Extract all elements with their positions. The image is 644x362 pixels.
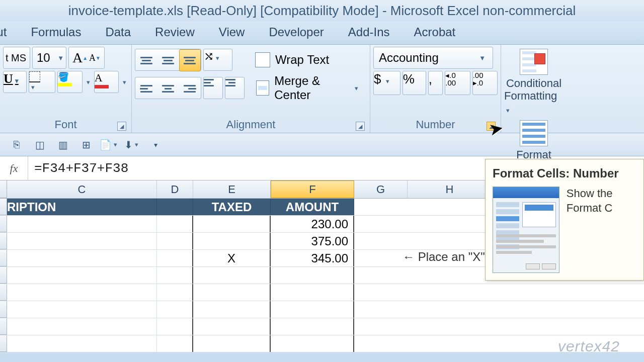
merge-center-label: Merge & Center (274, 74, 348, 102)
comma-button[interactable]: , (428, 71, 443, 95)
group-styles: Conditional Formatting ▾ Format as Table… (501, 45, 644, 133)
orientation-icon: ⤭ (204, 49, 214, 63)
align-left-button[interactable] (135, 77, 157, 100)
borders-button[interactable]: ▾ (29, 71, 55, 93)
tab-review[interactable]: Review (143, 21, 207, 44)
col-c[interactable]: C (7, 180, 157, 198)
accounting-format-button[interactable]: $▾ (373, 71, 400, 95)
chevron-down-icon[interactable]: ▾ (121, 78, 128, 86)
title-bar: invoice-template.xls [Read-Only] [Compat… (0, 0, 644, 21)
col-e[interactable]: E (193, 180, 271, 198)
ribbon-tabs: out Formulas Data Review View Developer … (0, 21, 644, 45)
wrap-text-button[interactable]: Wrap Text (249, 47, 336, 73)
align-middle-button[interactable] (157, 49, 179, 71)
horizontal-align-buttons (135, 77, 201, 99)
chevron-down-icon: ▼ (477, 54, 488, 62)
qat-btn-4[interactable]: ⊞ (78, 137, 94, 152)
font-dialog-launcher[interactable]: ◢ (117, 122, 126, 131)
tab-acrobat[interactable]: Acrobat (402, 21, 468, 44)
conditional-formatting-button[interactable]: Conditional Formatting ▾ (504, 49, 564, 115)
chevron-down-icon: ▼ (55, 54, 66, 62)
col-h[interactable]: H (408, 180, 492, 198)
group-font: t MS ▼ 10 ▼ A▲ A▼ U▾ ▾ 🪣 ▾ (0, 45, 132, 133)
qat-btn-2[interactable]: ◫ (32, 137, 47, 152)
watermark: vertex42 (558, 338, 620, 355)
table-row[interactable] (0, 335, 644, 352)
font-name-value: t MS (6, 52, 26, 64)
wrap-text-icon (255, 52, 270, 67)
group-alignment-label: Alignment (226, 118, 276, 131)
qat-btn-1[interactable]: ⎘ (9, 137, 24, 152)
increase-indent-button[interactable] (225, 77, 245, 99)
col-g[interactable]: G (354, 180, 408, 198)
header-taxed: TAXED (193, 199, 271, 215)
grow-font-button[interactable]: A▲ A▼ (68, 47, 105, 69)
chevron-down-icon: ▾ (353, 84, 360, 92)
helper-note: ← Place an "X" in (403, 250, 498, 264)
tab-layout[interactable]: out (0, 21, 19, 44)
number-dialog-launcher[interactable]: ◢ (487, 122, 496, 131)
increase-decimal-button[interactable]: ◂.0.00 (445, 71, 470, 95)
decrease-indent-button[interactable] (203, 77, 223, 99)
tab-developer[interactable]: Developer (257, 21, 336, 44)
number-format-value: Accounting (379, 51, 439, 65)
format-as-table-icon (520, 120, 548, 146)
bucket-icon: 🪣 (58, 72, 69, 82)
align-bottom-button[interactable] (179, 49, 201, 71)
wrap-text-label: Wrap Text (275, 53, 329, 67)
qat-more[interactable]: ▾ (148, 137, 163, 152)
table-row[interactable] (0, 284, 644, 301)
font-size-combo[interactable]: 10 ▼ (32, 47, 66, 69)
conditional-formatting-icon (520, 49, 548, 75)
tooltip-preview-image (493, 187, 559, 273)
group-alignment: ⤭▾ Wrap Text Merge & Center ▾ (132, 45, 370, 133)
group-font-label: Font (54, 118, 76, 131)
tab-data[interactable]: Data (93, 21, 143, 44)
tab-view[interactable]: View (207, 21, 257, 44)
window-title: invoice-template.xls [Read-Only] [Compat… (68, 3, 576, 19)
group-number-label: Number (416, 118, 455, 131)
orientation-button[interactable]: ⤭▾ (203, 49, 232, 71)
align-right-button[interactable] (179, 77, 201, 100)
col-f[interactable]: F (271, 180, 354, 198)
percent-button[interactable]: % (403, 71, 426, 95)
number-format-combo[interactable]: Accounting ▼ (373, 47, 493, 69)
merge-center-button[interactable]: Merge & Center ▾ (250, 75, 367, 101)
header-description: RIPTION (7, 199, 157, 215)
chevron-down-icon[interactable]: ▾ (85, 78, 92, 86)
underline-button[interactable]: U▾ (3, 71, 27, 93)
qat-btn-5[interactable]: 📄▾ (102, 137, 117, 152)
tooltip-body: Show the Format C (567, 187, 636, 273)
qat-btn-6[interactable]: ⬇▾ (125, 137, 140, 152)
select-all-corner[interactable] (0, 180, 7, 198)
qat-btn-3[interactable]: ▥ (55, 137, 70, 152)
font-color-button[interactable]: A (94, 71, 119, 93)
align-top-button[interactable] (135, 49, 157, 71)
table-row[interactable] (0, 301, 644, 318)
font-size-value: 10 (37, 51, 50, 65)
font-name-combo[interactable]: t MS ▼ (3, 47, 30, 69)
fx-button[interactable]: fx (0, 156, 28, 180)
format-cells-number-tooltip: Format Cells: Number Show the Format C (485, 159, 644, 281)
tab-addins[interactable]: Add-Ins (336, 21, 402, 44)
tab-formulas[interactable]: Formulas (19, 21, 93, 44)
ribbon: t MS ▼ 10 ▼ A▲ A▼ U▾ ▾ 🪣 ▾ (0, 45, 644, 133)
tooltip-title: Format Cells: Number (493, 166, 636, 180)
header-amount: AMOUNT (271, 199, 354, 215)
vertical-align-buttons (135, 49, 201, 71)
col-d[interactable]: D (157, 180, 193, 198)
alignment-dialog-launcher[interactable]: ◢ (356, 122, 365, 131)
group-number: Accounting ▼ $▾ % , ◂.0.00 .00▸.0 Number… (370, 45, 501, 133)
table-row[interactable] (0, 318, 644, 335)
chevron-down-icon: ▼ (26, 54, 30, 62)
align-center-button[interactable] (157, 77, 179, 100)
merge-icon (256, 80, 269, 96)
fill-color-button[interactable]: 🪣 (57, 71, 82, 93)
decrease-decimal-button[interactable]: .00▸.0 (472, 71, 498, 95)
